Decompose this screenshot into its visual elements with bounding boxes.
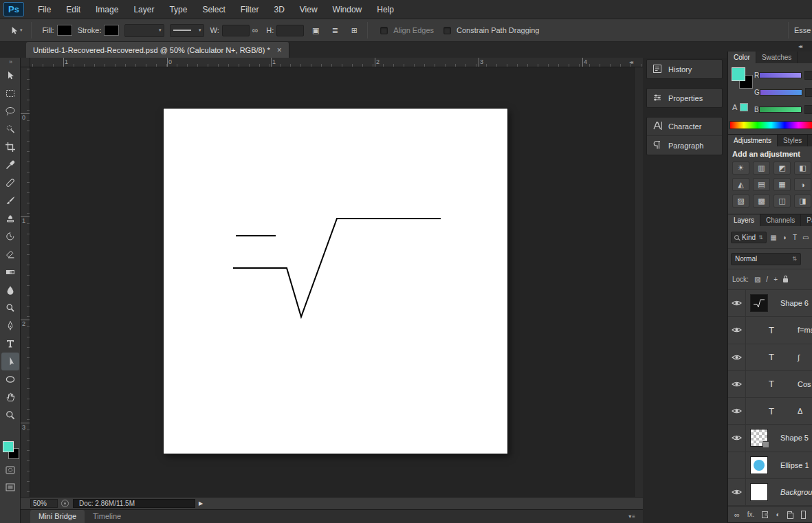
tool-hand[interactable] xyxy=(1,388,19,406)
tab-color[interactable]: Color xyxy=(728,52,756,63)
adjustment-posterize-icon[interactable]: ◨ xyxy=(794,194,811,208)
lock-all-icon[interactable] xyxy=(783,278,788,282)
foreground-color-swatch[interactable] xyxy=(732,67,745,81)
width-input[interactable] xyxy=(222,25,250,36)
menu-item-window[interactable]: Window xyxy=(325,5,370,14)
tool-lasso[interactable] xyxy=(1,102,19,120)
link-layers-icon[interactable]: ∞ xyxy=(734,511,740,519)
adjustment-color-balance-icon[interactable]: ▦ xyxy=(773,178,791,191)
channel-slider[interactable] xyxy=(759,107,802,113)
toolbar-collapse-icon[interactable]: » xyxy=(0,58,20,67)
tool-preset-picker[interactable]: ▾ xyxy=(6,24,25,37)
layer-row-3[interactable]: T∫ xyxy=(728,344,812,371)
channel-value-field[interactable] xyxy=(804,71,812,80)
menu-item-view[interactable]: View xyxy=(292,5,325,14)
channel-value-field[interactable] xyxy=(805,88,812,97)
tab-styles[interactable]: Styles xyxy=(778,135,808,146)
canvas-viewport[interactable] xyxy=(30,67,643,497)
panel-button-history[interactable]: History xyxy=(647,60,722,78)
menu-item-layer[interactable]: Layer xyxy=(126,5,162,14)
tab-swatches[interactable]: Swatches xyxy=(756,52,798,63)
ruler-corner[interactable] xyxy=(21,58,30,67)
layer-visibility-toggle-empty[interactable] xyxy=(728,452,746,478)
layer-row-7[interactable]: Ellipse 1 xyxy=(728,452,812,479)
tool-eyedropper[interactable] xyxy=(1,156,19,174)
align-edges-checkbox[interactable] xyxy=(380,27,388,34)
close-tab-icon[interactable]: × xyxy=(277,45,282,55)
panel-button-character[interactable]: Character xyxy=(647,118,722,136)
toolbar-foreground-color-swatch[interactable] xyxy=(3,441,14,452)
tool-crop[interactable] xyxy=(1,138,19,156)
menu-item-3d[interactable]: 3D xyxy=(266,5,292,14)
fill-swatch[interactable] xyxy=(57,25,72,36)
menu-item-filter[interactable]: Filter xyxy=(233,5,267,14)
tool-blur[interactable] xyxy=(1,281,19,299)
lock-position-icon[interactable]: + xyxy=(773,276,778,283)
quick-mask-button[interactable] xyxy=(3,463,17,477)
tool-dodge[interactable] xyxy=(1,299,19,317)
tool-move[interactable] xyxy=(1,67,19,85)
menu-item-image[interactable]: Image xyxy=(88,5,126,14)
stroke-swatch[interactable] xyxy=(104,25,119,36)
collapse-dock-icon[interactable]: ◂◂ xyxy=(629,59,632,65)
zoom-level-field[interactable]: 50% xyxy=(30,499,58,508)
layer-visibility-eye-icon[interactable] xyxy=(728,425,746,451)
add-layer-mask-icon[interactable] xyxy=(762,511,768,518)
menu-item-help[interactable]: Help xyxy=(369,5,402,14)
tool-rectangular-marquee[interactable] xyxy=(1,85,19,102)
vertical-scrollbar[interactable] xyxy=(634,67,643,497)
menu-item-select[interactable]: Select xyxy=(195,5,232,14)
text-color-chip[interactable] xyxy=(740,103,748,111)
new-adjustment-layer-icon[interactable]: ◐ xyxy=(776,511,780,518)
tool-type[interactable] xyxy=(1,335,19,353)
workspace-switcher[interactable]: Esse xyxy=(794,26,812,34)
tab-timeline[interactable]: Timeline xyxy=(85,510,129,523)
layer-visibility-eye-icon[interactable] xyxy=(728,479,746,505)
panel-button-paragraph[interactable]: Paragraph xyxy=(647,136,722,155)
adjustment-exposure-icon[interactable]: ◧ xyxy=(794,162,811,175)
tab-adjustments[interactable]: Adjustments xyxy=(728,135,778,146)
tool-eraser[interactable] xyxy=(1,245,19,263)
menu-item-edit[interactable]: Edit xyxy=(58,5,88,14)
adjustment-color-lookup-icon[interactable]: ▩ xyxy=(753,194,770,208)
path-arrangement-button[interactable]: ⊞ xyxy=(347,23,362,37)
tab-channels[interactable]: Channels xyxy=(760,214,801,226)
status-menu-arrow-icon[interactable]: ▶ xyxy=(199,500,203,507)
tab-mini-bridge[interactable]: Mini Bridge xyxy=(30,510,85,523)
filter-pixel-layers-icon[interactable]: ▦ xyxy=(770,232,778,243)
path-operations-button[interactable]: ▣ xyxy=(308,23,323,37)
adjustment-levels-icon[interactable]: ▥ xyxy=(753,162,770,175)
new-group-icon[interactable] xyxy=(787,513,793,519)
layer-visibility-eye-icon[interactable] xyxy=(728,290,746,316)
adjustment-curves-icon[interactable]: ◩ xyxy=(773,162,791,175)
filter-adjustment-layers-icon[interactable]: ◑ xyxy=(780,232,788,243)
tool-history-brush[interactable] xyxy=(1,227,19,245)
document-canvas[interactable] xyxy=(164,109,507,454)
adjustment-black-white-icon[interactable]: ◑ xyxy=(794,178,811,191)
stroke-type-combo[interactable]: ▾ xyxy=(170,24,204,37)
channel-value-field[interactable] xyxy=(804,105,812,114)
layer-row-2[interactable]: Tf=msx xyxy=(728,317,812,344)
blend-mode-select[interactable]: Normal ⇅ xyxy=(731,253,801,265)
layer-row-5[interactable]: TΔ xyxy=(728,398,812,425)
lock-transparency-icon[interactable]: ▨ xyxy=(754,276,760,283)
layer-effects-icon[interactable]: fx. xyxy=(747,511,755,518)
tool-gradient[interactable] xyxy=(1,263,19,281)
layer-visibility-eye-icon[interactable] xyxy=(728,371,746,397)
layer-row-4[interactable]: TCos xyxy=(728,371,812,398)
lock-paint-icon[interactable]: / xyxy=(766,276,768,283)
menu-item-file[interactable]: File xyxy=(30,5,58,14)
stroke-width-combo[interactable]: ▾ xyxy=(124,24,164,37)
layer-row-1[interactable]: Shape 6 xyxy=(728,290,812,317)
constrain-path-checkbox[interactable] xyxy=(443,27,451,34)
adjustment-hue-saturation-icon[interactable]: ▤ xyxy=(753,178,770,191)
adjustment-vibrance-icon[interactable]: ◭ xyxy=(732,178,749,191)
color-spectrum-bar[interactable] xyxy=(729,121,812,129)
height-input[interactable] xyxy=(276,25,304,36)
layer-filter-kind-select[interactable]: Kind ⇅ xyxy=(731,232,767,243)
tool-brush[interactable] xyxy=(1,192,19,210)
panel-button-properties[interactable]: Properties xyxy=(647,89,722,107)
layer-visibility-eye-icon[interactable] xyxy=(728,317,746,343)
adjustment-invert-icon[interactable]: ◫ xyxy=(773,194,791,208)
tab-paths[interactable]: Paths xyxy=(801,214,812,226)
